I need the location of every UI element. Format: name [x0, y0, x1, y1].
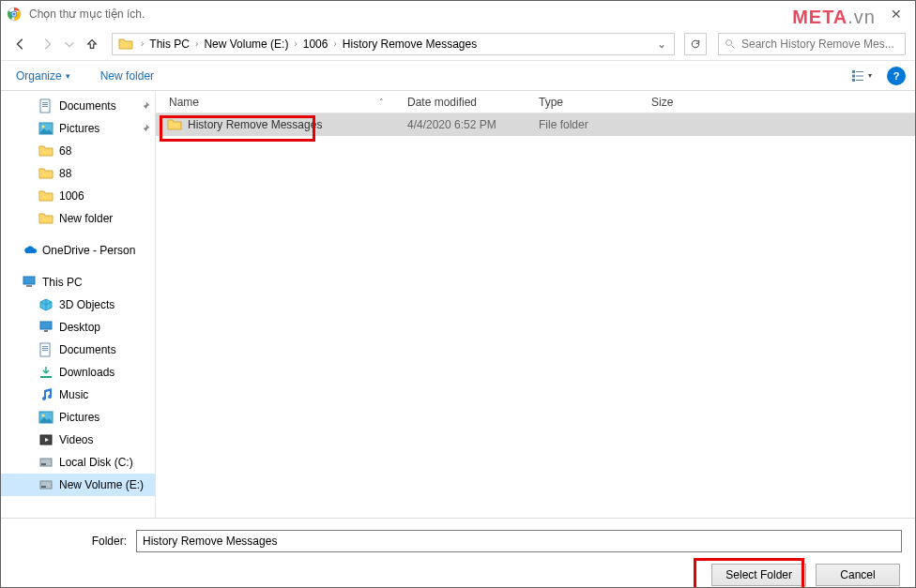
- col-size[interactable]: Size: [644, 91, 719, 113]
- refresh-button[interactable]: [684, 33, 707, 55]
- tree-label: Documents: [59, 343, 151, 356]
- help-button[interactable]: ?: [887, 67, 906, 85]
- tree-label: New Volume (E:): [59, 478, 151, 491]
- folder-input[interactable]: [136, 530, 902, 552]
- col-date[interactable]: Date modified: [400, 91, 531, 113]
- folder-icon: [167, 117, 182, 132]
- svg-point-17: [42, 126, 45, 128]
- svg-point-4: [12, 12, 15, 15]
- tree-item[interactable]: Music: [1, 384, 155, 406]
- sidebar[interactable]: DocumentsPictures68881006New folderOneDr…: [1, 91, 156, 518]
- chrome-icon: [7, 7, 22, 22]
- pin-icon: [140, 100, 151, 112]
- window-title: Chọn thư mục tiện ích.: [29, 8, 883, 21]
- column-headers: Name˄ Date modified Type Size: [156, 91, 915, 113]
- folder-icon: [118, 37, 133, 52]
- tree-label: Desktop: [59, 321, 151, 334]
- tree-label: 68: [59, 144, 151, 158]
- breadcrumb-item[interactable]: 1006: [301, 34, 330, 54]
- svg-rect-30: [41, 463, 46, 465]
- tree-item[interactable]: 1006: [1, 185, 155, 207]
- chevron-right-icon: ›: [329, 38, 340, 49]
- breadcrumb-item[interactable]: This PC: [147, 34, 191, 54]
- svg-rect-9: [856, 71, 863, 72]
- search-input[interactable]: [741, 38, 899, 51]
- svg-rect-23: [42, 346, 48, 347]
- tree-item[interactable]: 88: [1, 162, 155, 185]
- svg-rect-25: [42, 350, 48, 351]
- col-type[interactable]: Type: [531, 91, 644, 113]
- chevron-right-icon: ›: [290, 38, 300, 49]
- footer: Folder: Select Folder Cancel: [1, 518, 915, 588]
- navbar: › This PC › New Volume (E:) › 1006 › His…: [1, 27, 915, 61]
- tree-label: Local Disk (C:): [59, 456, 151, 469]
- tree-label: 1006: [59, 189, 151, 203]
- search-icon: [725, 38, 736, 50]
- recent-dropdown[interactable]: [63, 34, 76, 54]
- view-options-button[interactable]: ▾: [847, 66, 876, 86]
- svg-rect-19: [26, 285, 32, 287]
- close-button[interactable]: ✕: [883, 7, 909, 22]
- tree-label: Downloads: [59, 366, 151, 379]
- select-folder-button[interactable]: Select Folder: [711, 564, 806, 586]
- folder-label: Folder:: [14, 535, 136, 548]
- svg-rect-14: [42, 104, 48, 105]
- file-pane[interactable]: Name˄ Date modified Type Size History Re…: [156, 91, 915, 518]
- chevron-right-icon: ›: [191, 38, 202, 49]
- svg-rect-24: [42, 348, 48, 349]
- back-button[interactable]: [10, 34, 31, 54]
- tree-label: New folder: [59, 212, 151, 225]
- svg-rect-18: [23, 277, 35, 284]
- breadcrumb-item[interactable]: History Remove Messages: [341, 34, 479, 54]
- tree-label: Pictures: [59, 411, 151, 424]
- tree-label: 3D Objects: [59, 298, 151, 311]
- toolbar: Organize▾ New folder ▾ ?: [1, 61, 915, 91]
- col-name[interactable]: Name˄: [156, 91, 400, 113]
- tree-item[interactable]: New folder: [1, 207, 155, 230]
- address-dropdown[interactable]: ⌄: [651, 38, 672, 51]
- tree-label: This PC: [42, 276, 151, 289]
- tree-item[interactable]: 68: [1, 140, 155, 162]
- svg-rect-15: [42, 106, 48, 107]
- forward-button[interactable]: [37, 34, 57, 54]
- chevron-right-icon: ›: [137, 38, 147, 49]
- svg-rect-7: [852, 74, 855, 77]
- tree-item[interactable]: Documents: [1, 95, 155, 117]
- tree-item[interactable]: 3D Objects: [1, 294, 155, 316]
- file-date: 4/4/2020 6:52 PM: [400, 118, 531, 131]
- svg-rect-21: [44, 330, 48, 332]
- svg-point-5: [726, 39, 732, 45]
- tree-item[interactable]: Pictures: [1, 117, 155, 140]
- svg-rect-8: [852, 79, 855, 82]
- file-row[interactable]: History Remove Messages4/4/2020 6:52 PMF…: [156, 113, 915, 136]
- tree-label: Music: [59, 388, 151, 401]
- tree-item[interactable]: OneDrive - Person: [1, 239, 155, 262]
- up-button[interactable]: [82, 34, 102, 54]
- svg-rect-13: [42, 102, 48, 103]
- tree-item[interactable]: Videos: [1, 429, 155, 451]
- tree-label: 88: [59, 167, 151, 180]
- titlebar: Chọn thư mục tiện ích. ✕: [1, 1, 915, 27]
- tree-item[interactable]: Local Disk (C:): [1, 451, 155, 474]
- tree-item[interactable]: Documents: [1, 339, 155, 361]
- cancel-button[interactable]: Cancel: [816, 564, 900, 586]
- tree-item[interactable]: New Volume (E:): [1, 474, 155, 496]
- new-folder-button[interactable]: New folder: [95, 66, 160, 86]
- tree-item[interactable]: This PC: [1, 271, 155, 294]
- tree-label: Pictures: [59, 122, 140, 135]
- svg-point-27: [42, 415, 45, 417]
- tree-item[interactable]: Downloads: [1, 361, 155, 384]
- search-box[interactable]: [718, 33, 906, 55]
- tree-label: OneDrive - Person: [42, 244, 151, 257]
- tree-item[interactable]: Pictures: [1, 406, 155, 429]
- svg-rect-11: [856, 80, 863, 81]
- svg-rect-20: [40, 322, 52, 329]
- address-bar[interactable]: › This PC › New Volume (E:) › 1006 › His…: [112, 33, 675, 55]
- breadcrumb-item[interactable]: New Volume (E:): [202, 34, 290, 54]
- svg-rect-10: [856, 75, 863, 76]
- tree-item[interactable]: Desktop: [1, 316, 155, 339]
- file-name: History Remove Messages: [188, 118, 322, 131]
- tree-label: Videos: [59, 433, 151, 446]
- organize-menu[interactable]: Organize▾: [10, 66, 76, 86]
- svg-rect-6: [852, 70, 855, 73]
